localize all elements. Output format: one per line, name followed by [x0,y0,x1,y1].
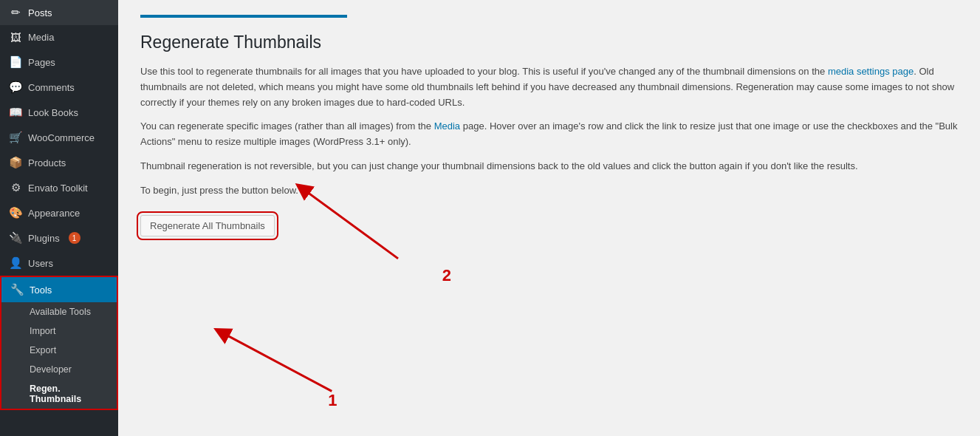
sidebar-item-woocommerce[interactable]: 🛒 WooCommerce [0,125,118,150]
media-icon: 🖼 [9,31,22,44]
page-title: Regenerate Thumbnails [140,33,958,52]
plugins-badge: 1 [69,232,80,244]
lookbooks-icon: 📖 [9,106,22,119]
comments-icon: 💬 [9,81,22,94]
regenerate-all-thumbnails-button[interactable]: Regenerate All Thumbnails [140,215,275,236]
sidebar-item-posts[interactable]: ✏ Posts [0,0,118,25]
sidebar-item-media[interactable]: 🖼 Media [0,25,118,50]
submenu-developer[interactable]: Developer [1,360,117,379]
tools-section-highlight: 🔧 Tools Available Tools Import Export De… [0,276,118,410]
button-area: Regenerate All Thumbnails [140,215,275,236]
media-link[interactable]: Media [434,120,460,132]
svg-text:1: 1 [328,391,337,409]
description-para-2: You can regenerate specific images (rath… [140,119,958,150]
woocommerce-icon: 🛒 [9,131,22,144]
products-icon: 📦 [9,156,22,169]
submenu-export[interactable]: Export [1,341,117,360]
sidebar-item-envato[interactable]: ⚙ Envato Toolkit [0,175,118,200]
svg-line-2 [302,188,398,259]
sidebar-item-comments[interactable]: 💬 Comments [0,75,118,100]
sidebar-item-users[interactable]: 👤 Users [0,251,118,276]
appearance-icon: 🎨 [9,206,22,219]
envato-icon: ⚙ [9,181,22,194]
sidebar: ✏ Posts 🖼 Media 📄 Pages 💬 Comments 📖 Loo… [0,0,118,436]
sidebar-item-appearance[interactable]: 🎨 Appearance [0,200,118,225]
plugins-icon: 🔌 [9,231,22,245]
svg-text:2: 2 [442,266,451,285]
sidebar-item-pages[interactable]: 📄 Pages [0,50,118,75]
media-settings-link[interactable]: media settings page [828,66,914,77]
tools-icon: 🔧 [10,283,24,296]
begin-text: To begin, just press the button below. [140,183,958,199]
sidebar-item-products[interactable]: 📦 Products [0,150,118,175]
tools-submenu: Available Tools Import Export Developer … [1,302,117,409]
description-para-1: Use this tool to regenerate thumbnails f… [140,64,958,110]
sidebar-item-lookbooks[interactable]: 📖 Look Books [0,100,118,125]
submenu-import[interactable]: Import [1,321,117,341]
description-para-3: Thumbnail regeneration is not reversible… [140,159,958,174]
main-content-area: Regenerate Thumbnails Use this tool to r… [118,0,980,436]
posts-icon: ✏ [9,6,22,19]
submenu-available-tools[interactable]: Available Tools [1,302,117,321]
sidebar-item-plugins[interactable]: 🔌 Plugins 1 [0,225,118,251]
users-icon: 👤 [9,256,22,270]
submenu-regen-thumbnails[interactable]: Regen. Thumbnails [1,379,117,409]
pages-icon: 📄 [9,55,22,69]
progress-bar [140,15,347,18]
sidebar-item-tools[interactable]: 🔧 Tools [1,277,117,302]
svg-line-1 [222,333,332,392]
